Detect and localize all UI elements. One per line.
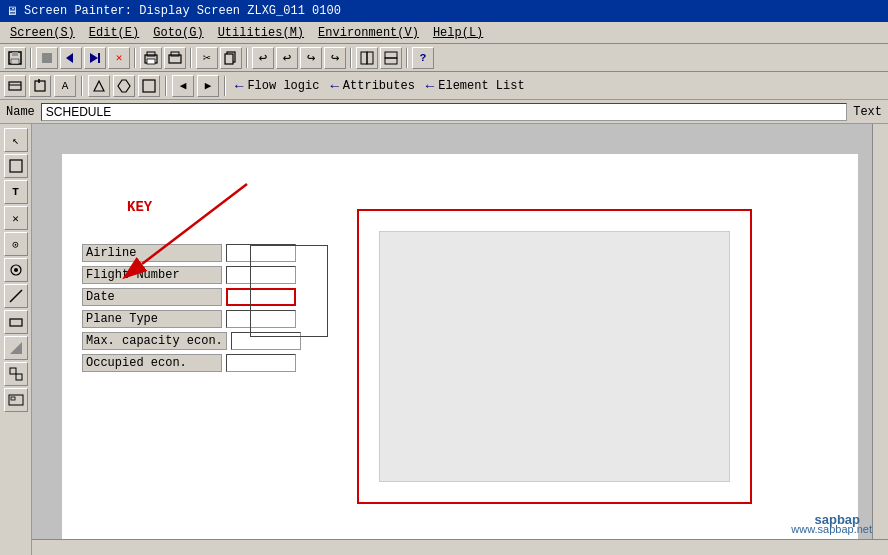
form-row-flight: Flight Number bbox=[82, 266, 301, 284]
svg-rect-32 bbox=[16, 374, 22, 380]
menu-edit[interactable]: Edit(E) bbox=[83, 24, 145, 42]
svg-rect-24 bbox=[143, 80, 155, 92]
tb2-btn5[interactable] bbox=[113, 75, 135, 97]
help-button[interactable]: ? bbox=[412, 47, 434, 69]
subscreen-tool[interactable] bbox=[4, 388, 28, 412]
input-date[interactable] bbox=[226, 288, 296, 306]
watermark: sapbap www.sapbap.net bbox=[791, 523, 872, 535]
svg-rect-14 bbox=[361, 52, 367, 64]
svg-rect-17 bbox=[385, 58, 397, 64]
svg-rect-31 bbox=[10, 368, 16, 374]
input-plane[interactable] bbox=[226, 310, 296, 328]
input-flight[interactable] bbox=[226, 266, 296, 284]
tb2-btn1[interactable] bbox=[4, 75, 26, 97]
tb2-btn4[interactable] bbox=[88, 75, 110, 97]
svg-line-28 bbox=[10, 290, 22, 302]
menu-environment[interactable]: Environment(V) bbox=[312, 24, 425, 42]
form-row-airline: Airline bbox=[82, 244, 301, 262]
attributes-label: Attributes bbox=[343, 79, 415, 93]
watermark-line1: sapbap bbox=[814, 512, 860, 527]
form-row-date: Date bbox=[82, 288, 301, 306]
print-button[interactable] bbox=[140, 47, 162, 69]
tb2-btn3[interactable]: A bbox=[54, 75, 76, 97]
title-icon: 🖥 bbox=[6, 4, 18, 19]
toolbar1: ✕ ✂ ↩ ↩ ↪ ↪ ? bbox=[0, 44, 888, 72]
cross-tool[interactable]: ✕ bbox=[4, 206, 28, 230]
cancel-button[interactable]: ✕ bbox=[108, 47, 130, 69]
copy-button[interactable] bbox=[220, 47, 242, 69]
element-list-arrow: ← bbox=[426, 78, 434, 94]
menu-goto[interactable]: Goto(G) bbox=[147, 24, 209, 42]
tb2-sep2 bbox=[165, 76, 167, 96]
redo-button[interactable]: ↪ bbox=[300, 47, 322, 69]
label-maxcap: Max. capacity econ. bbox=[82, 332, 227, 350]
redo2-button[interactable]: ↪ bbox=[324, 47, 346, 69]
cut-button[interactable]: ✂ bbox=[196, 47, 218, 69]
svg-rect-20 bbox=[35, 81, 45, 91]
attributes-link[interactable]: ← Attributes bbox=[326, 76, 418, 96]
select-tool[interactable] bbox=[4, 154, 28, 178]
svg-rect-13 bbox=[225, 54, 233, 64]
form-row-occupied: Occupied econ. bbox=[82, 354, 301, 372]
svg-marker-30 bbox=[10, 342, 22, 354]
back-button[interactable] bbox=[60, 47, 82, 69]
box-tool[interactable] bbox=[4, 310, 28, 334]
text-tool[interactable]: T bbox=[4, 180, 28, 204]
separator3 bbox=[190, 48, 192, 68]
next-button[interactable]: ▶ bbox=[197, 75, 219, 97]
layout-button1[interactable] bbox=[356, 47, 378, 69]
input-maxcap[interactable] bbox=[231, 332, 301, 350]
forward-button[interactable] bbox=[84, 47, 106, 69]
attributes-arrow: ← bbox=[330, 78, 338, 94]
line-tool[interactable] bbox=[4, 284, 28, 308]
undo2-button[interactable]: ↩ bbox=[276, 47, 298, 69]
tb2-btn6[interactable] bbox=[138, 75, 160, 97]
menu-help[interactable]: Help(L) bbox=[427, 24, 489, 42]
toolbar2: A ◀ ▶ ← Flow logic ← Attributes ← Elemen… bbox=[0, 72, 888, 100]
label-occupied: Occupied econ. bbox=[82, 354, 222, 372]
input-occupied[interactable] bbox=[226, 354, 296, 372]
radio-tool[interactable] bbox=[4, 258, 28, 282]
title-text: Screen Painter: Display Screen ZLXG_011 … bbox=[24, 4, 341, 18]
menu-utilities[interactable]: Utilities(M) bbox=[212, 24, 310, 42]
separator5 bbox=[350, 48, 352, 68]
group-tool[interactable] bbox=[4, 362, 28, 386]
flow-logic-label: Flow logic bbox=[247, 79, 319, 93]
svg-rect-18 bbox=[9, 82, 21, 90]
resize-tool[interactable] bbox=[4, 336, 28, 360]
svg-rect-15 bbox=[367, 52, 373, 64]
label-airline: Airline bbox=[82, 244, 222, 262]
stop-button[interactable] bbox=[36, 47, 58, 69]
input-airline[interactable] bbox=[226, 244, 296, 262]
vertical-scrollbar[interactable] bbox=[872, 124, 888, 555]
svg-rect-29 bbox=[10, 319, 22, 326]
separator6 bbox=[406, 48, 408, 68]
svg-rect-1 bbox=[12, 52, 18, 56]
separator2 bbox=[134, 48, 136, 68]
form-row-maxcap: Max. capacity econ. bbox=[82, 332, 301, 350]
circle-tool[interactable]: ⊙ bbox=[4, 232, 28, 256]
print2-button[interactable] bbox=[164, 47, 186, 69]
form-row-plane: Plane Type bbox=[82, 310, 301, 328]
arrow-tool[interactable]: ↖ bbox=[4, 128, 28, 152]
name-bar: Name Text bbox=[0, 100, 888, 124]
horizontal-scrollbar[interactable] bbox=[32, 539, 888, 555]
element-list-link[interactable]: ← Element List bbox=[422, 76, 529, 96]
undo-button[interactable]: ↩ bbox=[252, 47, 274, 69]
menu-bar: Screen(S) Edit(E) Goto(G) Utilities(M) E… bbox=[0, 22, 888, 44]
form-group: Airline Flight Number Date Plane Type Ma… bbox=[82, 244, 301, 376]
svg-rect-3 bbox=[42, 53, 52, 63]
separator4 bbox=[246, 48, 248, 68]
save-button[interactable] bbox=[4, 47, 26, 69]
tb2-btn2[interactable] bbox=[29, 75, 51, 97]
title-bar: 🖥 Screen Painter: Display Screen ZLXG_01… bbox=[0, 0, 888, 22]
flow-logic-link[interactable]: ← Flow logic bbox=[231, 76, 323, 96]
menu-screen[interactable]: Screen(S) bbox=[4, 24, 81, 42]
name-input[interactable] bbox=[41, 103, 847, 121]
svg-marker-5 bbox=[90, 53, 98, 63]
svg-rect-25 bbox=[10, 160, 22, 172]
key-label: KEY bbox=[127, 199, 152, 215]
svg-point-27 bbox=[14, 268, 18, 272]
prev-button[interactable]: ◀ bbox=[172, 75, 194, 97]
layout-button2[interactable] bbox=[380, 47, 402, 69]
